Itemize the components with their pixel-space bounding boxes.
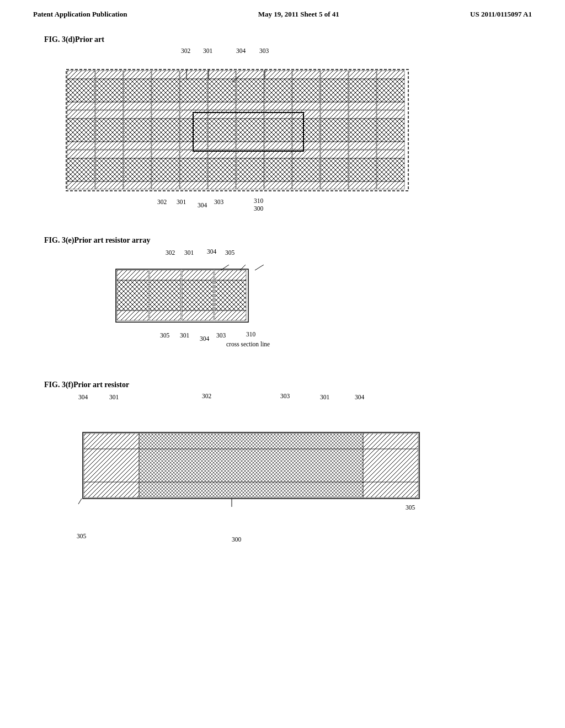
svg-rect-109 — [349, 181, 376, 189]
svg-rect-72 — [349, 119, 376, 142]
svg-rect-49 — [124, 142, 151, 149]
svg-rect-122 — [117, 270, 148, 280]
svg-rect-91 — [180, 181, 207, 189]
svg-rect-84 — [124, 158, 151, 181]
svg-rect-88 — [152, 181, 179, 189]
svg-rect-66 — [292, 119, 320, 142]
anno-3f-305-br: 305 — [406, 504, 415, 511]
anno-3e-305-bot: 305 — [160, 332, 169, 339]
anno-3f-301-tl: 301 — [109, 394, 119, 400]
svg-rect-126 — [150, 280, 181, 311]
svg-rect-130 — [182, 311, 214, 320]
svg-rect-48 — [124, 119, 151, 142]
anno-3e-crosssection: cross section line — [226, 341, 270, 347]
svg-rect-57 — [208, 119, 236, 142]
anno-3e-302: 302 — [166, 249, 175, 256]
svg-rect-79 — [67, 181, 95, 189]
svg-rect-76 — [377, 142, 404, 149]
svg-rect-35 — [349, 71, 376, 79]
fig-3f-label: FIG. 3(f)Prior art resistor — [44, 381, 521, 389]
svg-rect-14 — [152, 71, 179, 79]
svg-rect-31 — [292, 102, 320, 110]
anno-3e-301-bot: 301 — [180, 332, 189, 339]
svg-rect-129 — [182, 280, 214, 311]
fig-3e-container: FIG. 3(e)Prior art resistor array 302 30… — [44, 236, 521, 358]
svg-rect-144 — [84, 433, 139, 497]
svg-rect-44 — [95, 110, 123, 119]
header-center-text: May 19, 2011 Sheet 5 of 41 — [258, 10, 339, 19]
anno-300-3d: 300 — [254, 205, 263, 212]
svg-rect-70 — [321, 142, 348, 149]
svg-rect-9 — [95, 79, 123, 102]
svg-rect-96 — [236, 158, 264, 181]
fig-3e-label: FIG. 3(e)Prior art resistor array — [44, 236, 521, 245]
svg-rect-7 — [67, 102, 95, 110]
svg-rect-39 — [377, 79, 404, 102]
svg-rect-68 — [321, 110, 348, 119]
svg-rect-40 — [377, 102, 404, 110]
svg-rect-131 — [215, 270, 246, 280]
svg-rect-67 — [292, 142, 320, 149]
svg-rect-28 — [264, 102, 292, 110]
svg-rect-132 — [215, 280, 246, 311]
svg-rect-22 — [208, 102, 236, 110]
svg-rect-104 — [321, 150, 348, 158]
anno-3e-310: 310 — [246, 331, 255, 338]
anno-3e-304: 304 — [207, 248, 216, 255]
svg-rect-32 — [321, 71, 348, 79]
svg-rect-13 — [124, 102, 151, 110]
svg-rect-50 — [152, 110, 179, 119]
svg-rect-26 — [264, 71, 292, 79]
anno-304-bot: 304 — [198, 202, 207, 208]
anno-3f-304-tl: 304 — [78, 394, 88, 400]
svg-rect-47 — [124, 110, 151, 119]
fig-3d-container: FIG. 3(d)Prior art 302 301 304 303 — [44, 35, 521, 214]
svg-rect-65 — [292, 110, 320, 119]
anno-302-top: 302 — [181, 47, 190, 54]
anno-302-bot: 302 — [157, 199, 167, 205]
anno-303-bot: 303 — [214, 199, 223, 205]
svg-rect-33 — [321, 79, 348, 102]
svg-rect-56 — [208, 110, 236, 119]
svg-rect-128 — [182, 270, 214, 280]
svg-rect-41 — [67, 110, 95, 119]
anno-3f-300: 300 — [232, 536, 241, 543]
anno-301-bot: 301 — [177, 199, 186, 205]
svg-rect-127 — [150, 311, 181, 320]
svg-rect-86 — [152, 150, 179, 158]
anno-3f-303-top: 303 — [280, 393, 290, 399]
anno-301-top: 301 — [203, 47, 212, 54]
svg-rect-90 — [180, 158, 207, 181]
svg-rect-8 — [95, 71, 123, 79]
svg-rect-43 — [67, 142, 95, 149]
anno-3f-301-tr: 301 — [320, 394, 329, 400]
anno-3e-305: 305 — [225, 249, 234, 256]
svg-rect-71 — [349, 110, 376, 119]
svg-rect-75 — [377, 119, 404, 142]
svg-rect-111 — [377, 158, 404, 181]
anno-310: 310 — [254, 197, 263, 204]
svg-rect-38 — [377, 71, 404, 79]
svg-rect-125 — [150, 270, 181, 280]
svg-rect-133 — [215, 311, 246, 320]
svg-rect-78 — [67, 158, 95, 181]
svg-rect-30 — [292, 79, 320, 102]
svg-rect-17 — [180, 71, 207, 79]
anno-3f-305-bl: 305 — [77, 533, 86, 539]
svg-rect-19 — [180, 102, 207, 110]
svg-rect-51 — [152, 119, 179, 142]
svg-line-136 — [255, 265, 264, 270]
main-content: FIG. 3(d)Prior art 302 301 304 303 — [0, 24, 565, 592]
svg-rect-16 — [152, 102, 179, 110]
svg-rect-99 — [264, 158, 292, 181]
svg-rect-64 — [264, 142, 292, 149]
svg-rect-85 — [124, 181, 151, 189]
anno-3e-303-bot: 303 — [216, 332, 226, 339]
svg-rect-46 — [95, 142, 123, 149]
fig-3e-svg — [110, 265, 364, 331]
svg-rect-87 — [152, 158, 179, 181]
svg-rect-12 — [124, 79, 151, 102]
anno-3f-302-top: 302 — [202, 393, 211, 399]
svg-rect-77 — [67, 150, 95, 158]
svg-rect-81 — [95, 158, 123, 181]
